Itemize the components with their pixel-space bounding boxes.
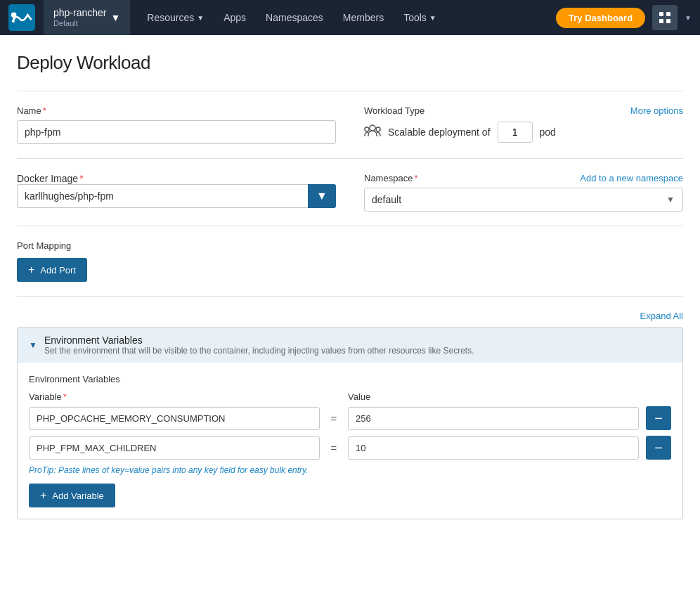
env-col-variable-header: Variable* xyxy=(29,391,320,402)
env-row-1: = − xyxy=(29,406,671,430)
name-label: Name* xyxy=(17,105,336,116)
navbar: php-rancher Default ▼ Resources ▼ Apps N… xyxy=(0,0,700,35)
docker-required: * xyxy=(79,173,83,184)
nav-members[interactable]: Members xyxy=(333,0,394,35)
rancher-logo xyxy=(8,4,35,31)
divider-1 xyxy=(17,91,683,91)
name-workload-row: Name* More options Workload Type xyxy=(17,105,683,144)
grid-icon xyxy=(658,11,672,25)
nav-resources[interactable]: Resources ▼ xyxy=(137,0,214,35)
env-remove-button-2[interactable]: − xyxy=(646,436,671,460)
try-dashboard-button[interactable]: Try Dashboard xyxy=(556,8,645,28)
cluster-info: php-rancher Default xyxy=(53,7,107,28)
docker-image-input[interactable] xyxy=(17,184,308,208)
workload-type-row: Scalable deployment of pod xyxy=(364,122,683,143)
nav-tools[interactable]: Tools ▼ xyxy=(394,0,446,35)
env-section-desc: Set the environment that will be visible… xyxy=(44,346,474,356)
divider-2 xyxy=(17,158,683,159)
env-body-label: Environment Variables xyxy=(29,374,671,384)
nav-right: Try Dashboard ▼ xyxy=(556,5,700,30)
env-remove-icon-1: − xyxy=(654,411,663,425)
add-port-label: Add Port xyxy=(40,265,76,275)
cluster-selector[interactable]: php-rancher Default ▼ xyxy=(44,0,130,35)
namespace-required: * xyxy=(414,173,417,183)
tools-dropdown-icon: ▼ xyxy=(429,14,436,22)
name-group: Name* xyxy=(17,105,336,144)
add-variable-label: Add Variable xyxy=(52,491,103,501)
add-port-button[interactable]: + Add Port xyxy=(17,258,87,282)
svg-point-8 xyxy=(376,127,380,131)
env-val-input-2[interactable] xyxy=(348,436,639,460)
cluster-chevron-icon: ▼ xyxy=(111,12,121,23)
env-column-headers: Variable* Value xyxy=(29,391,671,402)
svg-rect-3 xyxy=(666,12,670,16)
svg-rect-2 xyxy=(659,12,663,16)
port-mapping-label: Port Mapping xyxy=(17,240,683,251)
pod-count-input[interactable] xyxy=(498,122,533,143)
env-variables-section: ▼ Environment Variables Set the environm… xyxy=(17,327,683,519)
cluster-env: Default xyxy=(53,19,107,28)
env-row-2: = − xyxy=(29,436,671,460)
namespace-select-wrapper: default ▼ xyxy=(364,188,683,212)
env-eq-2: = xyxy=(327,442,341,454)
env-var-input-1[interactable] xyxy=(29,407,320,430)
namespace-select[interactable]: default xyxy=(364,188,683,212)
env-remove-icon-2: − xyxy=(654,441,663,455)
more-options-link[interactable]: More options xyxy=(630,105,683,116)
svg-point-6 xyxy=(370,125,375,131)
add-variable-button[interactable]: + Add Variable xyxy=(29,484,115,507)
svg-point-7 xyxy=(365,127,369,131)
scalable-deployment-icon xyxy=(364,122,381,143)
docker-image-input-row: ▼ xyxy=(17,184,336,208)
nav-right-chevron-icon[interactable]: ▼ xyxy=(685,14,692,22)
nav-links: Resources ▼ Apps Namespaces Members Tool… xyxy=(130,0,556,35)
nav-apps[interactable]: Apps xyxy=(214,0,256,35)
namespace-group: Add to a new namespace Namespace* defaul… xyxy=(364,173,683,212)
docker-namespace-row: Docker Image* ▼ Add to a new namespace N… xyxy=(17,173,683,212)
page-title: Deploy Workload xyxy=(17,52,683,74)
add-namespace-link[interactable]: Add to a new namespace xyxy=(580,173,683,183)
env-val-input-1[interactable] xyxy=(348,407,639,430)
expand-all-row: Expand All xyxy=(17,311,683,321)
env-section-title: Environment Variables xyxy=(44,335,474,346)
protip-text: ProTip: Paste lines of key=value pairs i… xyxy=(29,465,671,475)
env-section-header[interactable]: ▼ Environment Variables Set the environm… xyxy=(18,328,682,363)
svg-rect-0 xyxy=(8,4,35,31)
svg-rect-4 xyxy=(659,19,663,23)
env-var-input-2[interactable] xyxy=(29,436,320,460)
apps-grid-button[interactable] xyxy=(652,5,678,30)
divider-4 xyxy=(17,296,683,297)
env-eq-1: = xyxy=(327,413,341,424)
env-remove-button-1[interactable]: − xyxy=(646,406,671,430)
port-mapping-section: Port Mapping + Add Port xyxy=(17,240,683,282)
pod-label: pod xyxy=(540,127,556,138)
brand-logo-area[interactable] xyxy=(0,0,44,35)
nav-namespaces[interactable]: Namespaces xyxy=(256,0,333,35)
env-col-value-header: Value xyxy=(348,391,639,402)
cluster-name: php-rancher xyxy=(53,7,107,18)
workload-type-group: More options Workload Type Scalable depl… xyxy=(364,105,683,143)
name-input[interactable] xyxy=(17,120,336,144)
name-required: * xyxy=(43,105,46,116)
docker-image-label: Docker Image* xyxy=(17,173,84,184)
env-section-body: Environment Variables Variable* Value = … xyxy=(18,363,682,519)
scalable-text: Scalable deployment of xyxy=(388,127,491,138)
divider-3 xyxy=(17,226,683,226)
expand-all-link[interactable]: Expand All xyxy=(640,311,683,321)
docker-image-dropdown-button[interactable]: ▼ xyxy=(308,184,336,208)
svg-rect-5 xyxy=(666,19,670,23)
docker-dropdown-icon: ▼ xyxy=(316,190,328,202)
collapse-icon: ▼ xyxy=(29,340,37,350)
resources-dropdown-icon: ▼ xyxy=(197,14,204,22)
env-section-header-content: Environment Variables Set the environmen… xyxy=(44,335,474,356)
main-content: Deploy Workload Name* More options Workl… xyxy=(0,35,700,562)
add-variable-plus-icon: + xyxy=(40,489,46,502)
docker-image-group: Docker Image* ▼ xyxy=(17,173,336,208)
add-port-plus-icon: + xyxy=(28,264,34,276)
